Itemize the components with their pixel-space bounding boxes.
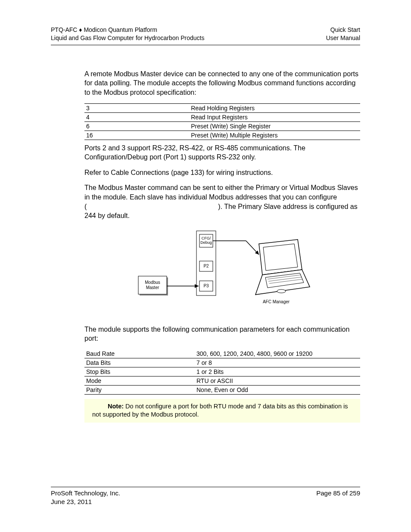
connection-diagram: CFG/Debug P2 P3 Modbus Master [84,227,360,313]
param-name: Baud Rate [84,349,195,358]
diagram-master-label1: Modbus [145,280,160,285]
header-left-line2: Liquid and Gas Flow Computer for Hydroca… [51,34,204,42]
ports-paragraph: Ports 2 and 3 support RS-232, RS-422, or… [84,143,360,162]
page-footer: ProSoft Technology, Inc. Page 85 of 259 … [51,487,360,507]
param-value: 300, 600, 1200, 2400, 4800, 9600 or 1920… [195,349,360,358]
params-intro-paragraph: The module supports the following commun… [84,325,360,343]
page-content: A remote Modbus Master device can be con… [51,45,360,487]
modbus-code: 6 [84,121,189,131]
footer-rule [51,487,360,487]
table-row: Data Bits 7 or 8 [84,358,360,367]
table-row: 4 Read Input Registers [84,112,360,121]
header-right-line1: Quick Start [330,26,360,34]
param-value: 7 or 8 [195,358,360,367]
header-left-line1: PTQ-AFC ♦ Modicon Quantum Platform [51,26,157,34]
header-product: PTQ-AFC [51,26,79,33]
header-platform: Modicon Quantum Platform [82,26,157,33]
param-name: Parity [84,385,195,394]
diagram-master-label2: Master [146,285,159,290]
footer-date: June 23, 2011 [51,498,92,506]
table-row: Stop Bits 1 or 2 Bits [84,367,360,376]
modbus-code: 3 [84,103,189,112]
modbus-desc: Read Holding Registers [189,103,360,112]
diagram-p2-label: P2 [203,264,209,268]
slave-italic-ref: Primary & Virtual Modbus Slave Addresses [87,203,218,210]
param-value: RTU or ASCII [195,376,360,385]
param-value: None, Even or Odd [195,385,360,394]
table-row: 6 Preset (Write) Single Register [84,121,360,131]
modbus-desc: Preset (Write) Multiple Registers [189,131,360,140]
table-row: Baud Rate 300, 600, 1200, 2400, 4800, 96… [84,349,360,358]
param-name: Mode [84,376,195,385]
diamond-icon: ♦ [79,26,82,33]
param-name: Stop Bits [84,367,195,376]
diagram-cfg-label: CFG/Debug [200,236,212,245]
note-text: Do not configure a port for both RTU mod… [92,403,348,418]
modbus-code: 4 [84,112,189,121]
table-row: 16 Preset (Write) Multiple Registers [84,131,360,140]
svg-line-8 [246,241,259,255]
footer-page-number: Page 85 of 259 [316,489,360,498]
modbus-functions-table: 3 Read Holding Registers 4 Read Input Re… [84,103,360,140]
table-row: Mode RTU or ASCII [84,376,360,385]
page-header: PTQ-AFC ♦ Modicon Quantum Platform Quick… [51,26,360,45]
header-right-line2: User Manual [326,34,360,42]
table-row: 3 Read Holding Registers [84,103,360,112]
diagram-afc-label: AFC Manager [263,299,290,304]
modbus-desc: Preset (Write) Single Register [189,121,360,131]
cable-ref-paragraph: Refer to Cable Connections (page 133) fo… [84,168,360,177]
footer-company: ProSoft Technology, Inc. [51,489,120,498]
intro-paragraph: A remote Modbus Master device can be con… [84,69,360,97]
comm-params-table: Baud Rate 300, 600, 1200, 2400, 4800, 96… [84,349,360,395]
param-name: Data Bits [84,358,195,367]
laptop-icon [255,240,310,295]
diagram-p3-label: P3 [203,283,209,288]
note-label: Note: [108,403,124,410]
modbus-desc: Read Input Registers [189,112,360,121]
slave-paragraph: The Modbus Master command can be sent to… [84,183,360,220]
param-value: 1 or 2 Bits [195,367,360,376]
modbus-code: 16 [84,131,189,140]
table-row: Parity None, Even or Odd [84,385,360,394]
note-box: Note: Do not configure a port for both R… [84,399,360,423]
svg-point-12 [277,289,286,293]
